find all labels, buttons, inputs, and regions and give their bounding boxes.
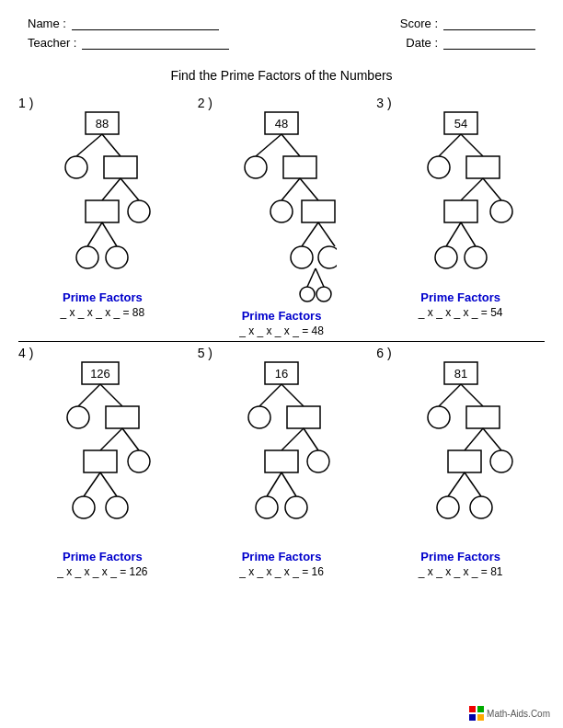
logo-icon [469,706,484,721]
svg-point-9 [128,200,150,222]
svg-point-41 [490,200,512,222]
problem-2-number: 2 ) [198,96,213,110]
problem-6-inner: 81 Prim [376,360,545,578]
problem-5: 5 ) 16 [192,342,372,582]
svg-line-57 [100,472,117,496]
svg-line-48 [78,384,100,406]
svg-point-44 [435,246,457,268]
svg-line-84 [448,472,465,496]
svg-line-43 [461,222,476,246]
svg-rect-54 [84,450,117,472]
name-field: Name : [28,17,219,30]
svg-line-17 [282,134,300,156]
svg-point-86 [437,496,459,518]
svg-line-77 [461,384,483,406]
svg-line-52 [100,428,122,450]
svg-rect-5 [104,156,137,178]
problem-1-number: 1 ) [18,96,33,110]
problem-5-number: 5 ) [198,346,213,360]
svg-point-87 [470,496,492,518]
problem-5-equation: _ x _ x _ x _ = 16 [239,565,324,578]
svg-rect-37 [466,156,500,178]
svg-line-11 [102,222,117,246]
svg-line-21 [300,178,318,200]
svg-rect-68 [265,450,298,472]
svg-rect-8 [86,200,119,222]
header: Name : Score : Teacher : Date : [0,0,563,63]
svg-text:54: 54 [454,117,466,131]
teacher-label: Teacher : [28,36,76,50]
bottom-section: 4 ) 126 [0,342,563,582]
svg-line-34 [439,134,461,156]
svg-line-42 [446,222,461,246]
svg-point-83 [490,450,512,472]
logo-area: Math-Aids.Com [469,706,550,721]
svg-text:16: 16 [275,367,288,381]
svg-point-26 [291,246,313,268]
svg-point-69 [307,450,329,472]
svg-text:48: 48 [275,117,288,131]
svg-line-49 [100,384,122,406]
header-row-2: Teacher : Date : [28,36,535,50]
svg-line-85 [465,472,481,496]
score-label: Score : [400,17,438,30]
score-input-line[interactable] [443,17,535,30]
top-section: 1 ) 88 [0,92,563,341]
date-label: Date : [406,36,438,50]
svg-rect-90 [469,714,476,721]
svg-line-10 [87,222,102,246]
svg-point-58 [73,496,95,518]
svg-point-55 [128,450,150,472]
svg-text:126: 126 [90,367,110,381]
svg-rect-23 [302,200,335,222]
problem-4-number: 4 ) [18,346,33,360]
svg-rect-51 [106,406,139,428]
svg-point-36 [428,156,450,178]
problem-1-factors-label: Prime Factors [63,290,143,304]
problem-1-equation: _ x _ x _ x _ = 88 [60,306,144,319]
problem-3-number: 3 ) [376,96,391,110]
problem-5-inner: 16 Prim [198,360,366,578]
name-label: Name : [28,17,66,30]
svg-line-24 [302,222,318,246]
problem-1-inner: 88 [18,110,187,319]
name-input-line[interactable] [72,17,219,30]
problem-4: 4 ) 126 [13,342,192,582]
svg-point-27 [318,246,337,268]
date-field: Date : [406,36,535,50]
page-title: Find the Prime Factors of the Numbers [0,68,563,83]
teacher-input-line[interactable] [82,37,229,50]
svg-point-59 [106,496,128,518]
svg-line-39 [483,178,501,200]
teacher-field: Teacher : [28,36,229,50]
date-input-line[interactable] [443,37,535,50]
svg-point-30 [300,287,315,301]
svg-point-72 [256,496,278,518]
svg-point-18 [245,156,267,178]
problem-2: 2 ) 48 [192,92,372,341]
svg-rect-91 [477,714,484,721]
score-field: Score : [400,17,535,30]
problem-2-inner: 48 [198,110,366,337]
svg-line-62 [259,384,282,406]
problem-3-inner: 54 Prim [376,110,545,319]
svg-rect-82 [448,450,481,472]
svg-line-6 [102,178,121,200]
svg-text:88: 88 [96,117,109,131]
svg-line-16 [256,134,282,156]
svg-point-64 [248,406,270,428]
tree-1: 88 [47,110,157,285]
svg-line-38 [461,178,483,200]
svg-line-67 [304,428,318,450]
tree-3: 54 [406,110,516,285]
svg-line-25 [318,222,335,246]
svg-point-73 [285,496,307,518]
svg-point-50 [67,406,89,428]
tree-6: 81 [406,360,516,544]
svg-line-81 [483,428,501,450]
svg-line-2 [76,134,102,156]
svg-point-78 [428,406,450,428]
problem-4-factors-label: Prime Factors [63,550,143,563]
header-row-1: Name : Score : [28,17,535,30]
problem-6-equation: _ x _ x _ x _ = 81 [419,565,503,578]
